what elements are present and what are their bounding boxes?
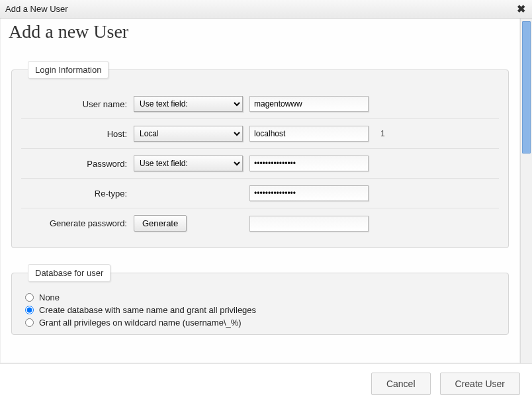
username-mode-select[interactable]: Use text field: <box>134 96 243 112</box>
db-option-samename-row: Create database with same name and grant… <box>21 304 499 316</box>
create-user-button[interactable]: Create User <box>440 373 520 395</box>
login-information-fieldset: Login Information User name: Use text fi… <box>11 61 509 248</box>
login-information-legend: Login Information <box>28 61 109 79</box>
db-option-none-row: None <box>21 291 499 304</box>
db-option-samename-label: Create database with same name and grant… <box>39 305 256 315</box>
close-icon[interactable]: ✖ <box>515 5 527 14</box>
host-label: Host: <box>21 129 134 139</box>
vertical-scrollbar[interactable] <box>520 19 532 363</box>
password-mode-select[interactable]: Use text field: <box>134 156 243 171</box>
dialog-titlebar: Add a New User ✖ <box>0 0 532 19</box>
row-username: User name: Use text field: <box>21 89 499 119</box>
db-option-wildcard-radio[interactable] <box>25 318 34 327</box>
generate-password-label: Generate password: <box>21 218 134 228</box>
db-option-wildcard-row: Grant all privileges on wildcard name (u… <box>21 316 499 329</box>
dialog-body: Add a new User Login Information User na… <box>0 19 520 363</box>
retype-input[interactable] <box>249 185 369 201</box>
database-for-user-fieldset: Database for user None Create database w… <box>11 264 509 335</box>
page-heading: Add a new User <box>9 21 511 42</box>
db-option-none-radio[interactable] <box>25 293 34 302</box>
generate-password-button[interactable]: Generate <box>134 215 187 232</box>
db-option-wildcard-label: Grant all privileges on wildcard name (u… <box>39 318 242 328</box>
password-label: Password: <box>21 159 134 169</box>
generated-password-output[interactable] <box>249 216 369 232</box>
row-host: Host: Local 1 <box>21 119 499 149</box>
dialog-footer: Cancel Create User <box>0 363 532 403</box>
row-generate-password: Generate password: Generate <box>21 208 499 238</box>
host-footnote: 1 <box>375 129 385 138</box>
username-label: User name: <box>21 99 134 109</box>
database-for-user-legend: Database for user <box>28 264 111 282</box>
host-mode-select[interactable]: Local <box>134 126 243 142</box>
cancel-button[interactable]: Cancel <box>371 373 431 395</box>
db-option-samename-radio[interactable] <box>25 306 34 314</box>
dialog-title: Add a New User <box>5 4 68 14</box>
host-input[interactable] <box>249 126 369 142</box>
db-option-none-label: None <box>39 292 60 302</box>
row-password: Password: Use text field: <box>21 149 499 179</box>
password-input[interactable] <box>249 156 369 171</box>
retype-label: Re-type: <box>21 189 134 199</box>
scrollbar-thumb[interactable] <box>522 21 531 154</box>
row-retype: Re-type: <box>21 179 499 208</box>
username-input[interactable] <box>249 96 369 112</box>
